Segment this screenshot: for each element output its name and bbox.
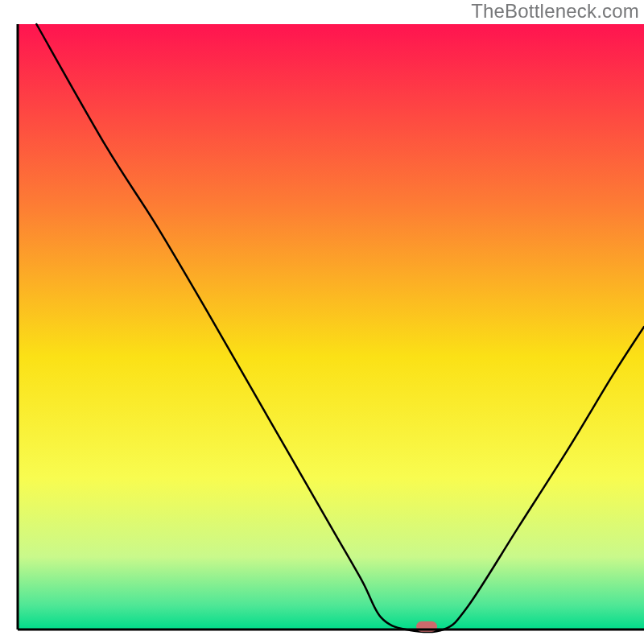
watermark-text: TheBottleneck.com bbox=[471, 0, 639, 23]
chart-background bbox=[18, 24, 644, 630]
bottleneck-chart: TheBottleneck.com bbox=[0, 0, 644, 644]
chart-canvas bbox=[0, 0, 644, 644]
